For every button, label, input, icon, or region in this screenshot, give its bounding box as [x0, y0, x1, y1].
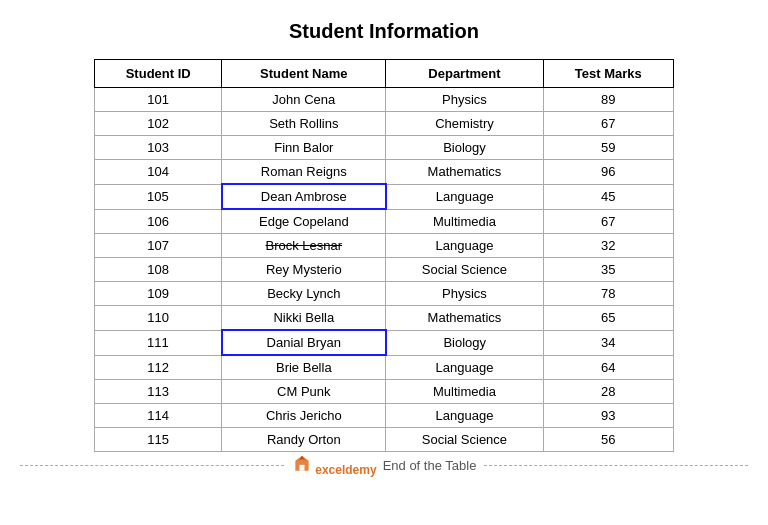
cell-name: Seth Rollins — [222, 112, 386, 136]
cell-id: 106 — [95, 209, 222, 234]
cell-marks: 67 — [543, 209, 673, 234]
cell-department: Multimedia — [386, 209, 543, 234]
table-row: 101John CenaPhysics89 — [95, 88, 674, 112]
table-row: 109Becky LynchPhysics78 — [95, 282, 674, 306]
cell-marks: 93 — [543, 404, 673, 428]
cell-id: 101 — [95, 88, 222, 112]
cell-name: John Cena — [222, 88, 386, 112]
table-row: 107Brock LesnarLanguage32 — [95, 234, 674, 258]
table-row: 111Danial BryanBiology34 — [95, 330, 674, 355]
cell-name: Brie Bella — [222, 355, 386, 380]
cell-name: Nikki Bella — [222, 306, 386, 331]
table-header-row: Student ID Student Name Department Test … — [95, 60, 674, 88]
cell-id: 107 — [95, 234, 222, 258]
cell-name: Dean Ambrose — [222, 184, 386, 209]
footer-logo: exceldemy — [292, 454, 377, 477]
cell-name: Brock Lesnar — [222, 234, 386, 258]
cell-id: 104 — [95, 160, 222, 185]
cell-department: Physics — [386, 282, 543, 306]
cell-department: Social Science — [386, 428, 543, 452]
cell-marks: 96 — [543, 160, 673, 185]
cell-department: Biology — [386, 136, 543, 160]
cell-id: 110 — [95, 306, 222, 331]
cell-name: Danial Bryan — [222, 330, 386, 355]
cell-department: Language — [386, 234, 543, 258]
cell-department: Language — [386, 355, 543, 380]
cell-name: Chris Jericho — [222, 404, 386, 428]
table-row: 108Rey MysterioSocial Science35 — [95, 258, 674, 282]
cell-marks: 64 — [543, 355, 673, 380]
cell-marks: 45 — [543, 184, 673, 209]
cell-department: Biology — [386, 330, 543, 355]
table-row: 102Seth RollinsChemistry67 — [95, 112, 674, 136]
cell-marks: 56 — [543, 428, 673, 452]
cell-marks: 78 — [543, 282, 673, 306]
cell-department: Chemistry — [386, 112, 543, 136]
cell-marks: 28 — [543, 380, 673, 404]
cell-name: Roman Reigns — [222, 160, 386, 185]
svg-rect-2 — [299, 465, 304, 471]
footer-dash-right — [484, 465, 748, 466]
cell-id: 114 — [95, 404, 222, 428]
cell-department: Mathematics — [386, 160, 543, 185]
footer-dash-left — [20, 465, 284, 466]
table-row: 115Randy OrtonSocial Science56 — [95, 428, 674, 452]
cell-marks: 67 — [543, 112, 673, 136]
cell-name: Rey Mysterio — [222, 258, 386, 282]
cell-id: 113 — [95, 380, 222, 404]
cell-department: Mathematics — [386, 306, 543, 331]
cell-id: 109 — [95, 282, 222, 306]
cell-name: Edge Copeland — [222, 209, 386, 234]
cell-department: Multimedia — [386, 380, 543, 404]
cell-marks: 34 — [543, 330, 673, 355]
cell-marks: 65 — [543, 306, 673, 331]
cell-name: Finn Balor — [222, 136, 386, 160]
col-header-marks: Test Marks — [543, 60, 673, 88]
cell-id: 115 — [95, 428, 222, 452]
cell-id: 105 — [95, 184, 222, 209]
cell-department: Physics — [386, 88, 543, 112]
cell-id: 103 — [95, 136, 222, 160]
logo-text: exceldemy — [315, 463, 376, 477]
cell-id: 102 — [95, 112, 222, 136]
cell-name: CM Punk — [222, 380, 386, 404]
footer-end-text: End of the Table — [383, 458, 477, 473]
cell-marks: 32 — [543, 234, 673, 258]
cell-id: 111 — [95, 330, 222, 355]
page-title: Student Information — [289, 20, 479, 43]
student-table: Student ID Student Name Department Test … — [94, 59, 674, 452]
cell-department: Language — [386, 184, 543, 209]
cell-department: Social Science — [386, 258, 543, 282]
table-row: 114Chris JerichoLanguage93 — [95, 404, 674, 428]
col-header-id: Student ID — [95, 60, 222, 88]
table-row: 110Nikki BellaMathematics65 — [95, 306, 674, 331]
col-header-name: Student Name — [222, 60, 386, 88]
cell-marks: 35 — [543, 258, 673, 282]
table-row: 104Roman ReignsMathematics96 — [95, 160, 674, 185]
table-row: 113CM PunkMultimedia28 — [95, 380, 674, 404]
table-row: 105Dean AmbroseLanguage45 — [95, 184, 674, 209]
cell-marks: 89 — [543, 88, 673, 112]
table-wrapper: Student ID Student Name Department Test … — [94, 59, 674, 452]
col-header-dept: Department — [386, 60, 543, 88]
cell-id: 112 — [95, 355, 222, 380]
cell-name: Randy Orton — [222, 428, 386, 452]
cell-id: 108 — [95, 258, 222, 282]
cell-department: Language — [386, 404, 543, 428]
table-row: 103Finn BalorBiology59 — [95, 136, 674, 160]
table-row: 106Edge CopelandMultimedia67 — [95, 209, 674, 234]
footer-divider: exceldemy End of the Table — [20, 454, 748, 477]
cell-marks: 59 — [543, 136, 673, 160]
cell-name: Becky Lynch — [222, 282, 386, 306]
footer-center: exceldemy End of the Table — [284, 454, 485, 477]
table-row: 112Brie BellaLanguage64 — [95, 355, 674, 380]
